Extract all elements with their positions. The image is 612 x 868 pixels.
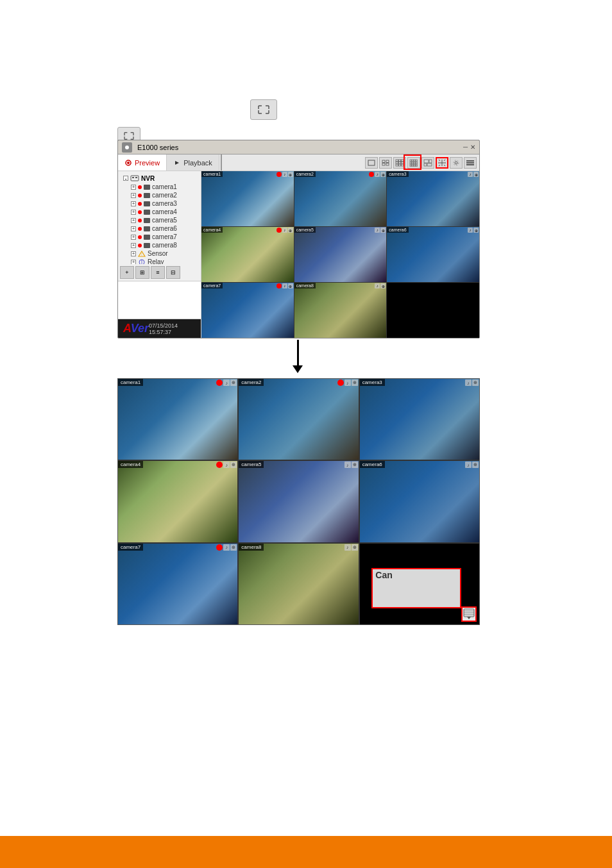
view-4x4-btn[interactable] (407, 157, 420, 169)
large-cam3-audio[interactable]: ♪ (465, 380, 472, 386)
cam6-controls: ♪ ⊕ (467, 227, 479, 233)
large-cam6-audio[interactable]: ♪ (465, 462, 472, 468)
sidebar-settings-btn[interactable]: ⊟ (166, 266, 180, 279)
tree-expand-cam1[interactable]: + (131, 185, 136, 190)
nvr-minimize-btn[interactable]: ─ (463, 144, 468, 151)
tree-expand-relay[interactable]: + (131, 260, 136, 265)
cam8-icon-audio[interactable]: ♪ (375, 283, 380, 288)
large-camera-cell-9[interactable]: Can (360, 544, 479, 624)
view-2x2-btn[interactable] (379, 157, 392, 169)
large-cam2-audio[interactable]: ♪ (344, 380, 351, 386)
large-cam2-zoom[interactable]: ⊕ (352, 380, 358, 386)
camera-cell-7[interactable]: camera7 ♪ ⊕ (201, 283, 294, 338)
tree-item-camera4[interactable]: + camera4 (121, 208, 198, 216)
large-cam5-audio[interactable]: ♪ (344, 462, 351, 468)
tab-preview[interactable]: Preview (118, 154, 167, 171)
camera-cell-4[interactable]: camera4 ♪ ⊕ (201, 227, 294, 282)
large-cam6-zoom[interactable]: ⊕ (472, 462, 479, 468)
tree-cam7-label: camera7 (152, 233, 177, 240)
cam4-icon-zoom[interactable]: ⊕ (288, 228, 293, 233)
tree-item-camera5[interactable]: + camera5 (121, 216, 198, 224)
camera-cell-9[interactable] (387, 283, 479, 338)
large-cam7-label: camera7 (118, 544, 143, 551)
fullscreen-button-top[interactable] (250, 99, 277, 120)
tree-item-relay[interactable]: + Relay (121, 258, 198, 264)
camera-cell-3[interactable]: camera3 ♪ ⊕ (387, 171, 479, 226)
sidebar-add-btn[interactable]: + (120, 266, 134, 279)
large-cam1-audio[interactable]: ♪ (223, 380, 230, 386)
large-camera-cell-6[interactable]: camera6 ♪ ⊕ (360, 461, 479, 542)
tree-expand-nvr[interactable]: - (123, 176, 128, 181)
large-cam4-audio[interactable]: ♪ (223, 462, 230, 468)
large-cam7-audio[interactable]: ♪ (223, 544, 230, 551)
view-list-btn[interactable] (464, 157, 477, 169)
cam5-icon-zoom[interactable]: ⊕ (380, 228, 386, 233)
camera-cell-2[interactable]: camera2 ♪ ⊕ (294, 171, 387, 226)
cam2-icon-audio[interactable]: ♪ (375, 172, 380, 177)
camera-cell-8[interactable]: camera8 ♪ ⊕ (294, 283, 387, 338)
tree-expand-cam3[interactable]: + (131, 201, 136, 206)
tree-nvr-label: NVR (141, 175, 155, 182)
cam2-icon-zoom[interactable]: ⊕ (380, 172, 386, 177)
view-custom-btn[interactable] (421, 157, 434, 169)
cam4-icon-audio[interactable]: ♪ (282, 228, 287, 233)
tree-expand-cam6[interactable]: + (131, 226, 136, 231)
tree-item-sensor[interactable]: + ! Sensor (121, 249, 198, 258)
camera-cell-1[interactable]: camera1 ♪ ⊕ (201, 171, 294, 226)
tree-expand-cam2[interactable]: + (131, 193, 136, 198)
tree-expand-sensor[interactable]: + (131, 251, 136, 256)
tree-item-camera7[interactable]: + camera7 (121, 233, 198, 241)
cam5-controls: ♪ ⊕ (374, 227, 386, 233)
large-cam5-label: camera5 (239, 461, 264, 468)
large-cam7-zoom[interactable]: ⊕ (230, 544, 237, 551)
large-camera-cell-2[interactable]: camera2 ♪ ⊕ (239, 379, 358, 460)
large-cam3-zoom[interactable]: ⊕ (472, 380, 479, 386)
fullscreen-icon-top[interactable] (250, 99, 277, 120)
tree-expand-cam4[interactable]: + (131, 210, 136, 215)
large-camera-cell-3[interactable]: camera3 ♪ ⊕ (360, 379, 479, 460)
tree-expand-cam7[interactable]: + (131, 235, 136, 240)
cam6-icon-audio[interactable]: ♪ (468, 228, 473, 233)
large-camera-cell-7[interactable]: camera7 ♪ ⊕ (118, 544, 237, 624)
large-camera-cell-5[interactable]: camera5 ♪ ⊕ (239, 461, 358, 542)
tree-item-nvr[interactable]: - NVR (121, 174, 198, 183)
large-cam8-zoom[interactable]: ⊕ (352, 544, 358, 551)
large-cam4-zoom[interactable]: ⊕ (230, 462, 237, 468)
tree-item-camera1[interactable]: + camera1 (121, 183, 198, 191)
cam1-icon-zoom[interactable]: ⊕ (288, 172, 293, 177)
tree-item-camera3[interactable]: + camera3 (121, 199, 198, 208)
large-cam8-audio[interactable]: ♪ (344, 544, 351, 551)
nvr-close-btn[interactable]: ✕ (470, 144, 475, 151)
large-cam5-zoom[interactable]: ⊕ (352, 462, 358, 468)
tree-item-camera6[interactable]: + camera6 (121, 224, 198, 233)
sidebar-view-btn[interactable]: ⊞ (135, 266, 149, 279)
cam3-icon-extra[interactable]: ⊕ (473, 172, 479, 177)
camera-cell-5[interactable]: camera5 ♪ ⊕ (294, 227, 387, 282)
tree-expand-cam8[interactable]: + (131, 243, 136, 248)
large-camera-cell-8[interactable]: camera8 ♪ ⊕ (239, 544, 358, 624)
view-settings-btn[interactable] (450, 157, 463, 169)
cam6-icon-zoom[interactable]: ⊕ (473, 228, 479, 233)
tree-expand-cam5[interactable]: + (131, 218, 136, 223)
large-camera-cell-1[interactable]: camera1 ♪ ⊕ (118, 379, 237, 460)
cam7-icon-audio[interactable]: ♪ (282, 283, 287, 288)
cam3-icon-zoom[interactable]: ♪ (468, 172, 473, 177)
view-stretch-btn[interactable] (436, 157, 448, 169)
large-cam7-rec (216, 544, 223, 551)
view-3x3-btn[interactable] (393, 157, 406, 169)
tree-item-camera2[interactable]: + camera2 (121, 191, 198, 199)
svg-rect-32 (396, 164, 398, 166)
cam5-icon-audio[interactable]: ♪ (375, 228, 380, 233)
view-1x1-btn[interactable] (365, 157, 378, 169)
sidebar-layout-btn[interactable]: ≡ (151, 266, 165, 279)
cam7-icon-zoom[interactable]: ⊕ (288, 283, 293, 288)
large-camera-cell-4[interactable]: camera4 ♪ ⊕ (118, 461, 237, 542)
large-cam1-zoom[interactable]: ⊕ (230, 380, 237, 386)
tab-playback[interactable]: Playback (167, 154, 219, 171)
svg-rect-65 (466, 164, 474, 165)
arrow-line (297, 340, 299, 365)
camera-cell-6[interactable]: camera6 ♪ ⊕ (387, 227, 479, 282)
cam8-icon-zoom[interactable]: ⊕ (380, 283, 386, 288)
tree-item-camera8[interactable]: + camera8 (121, 241, 198, 249)
cam1-icon-audio[interactable]: ♪ (282, 172, 287, 177)
